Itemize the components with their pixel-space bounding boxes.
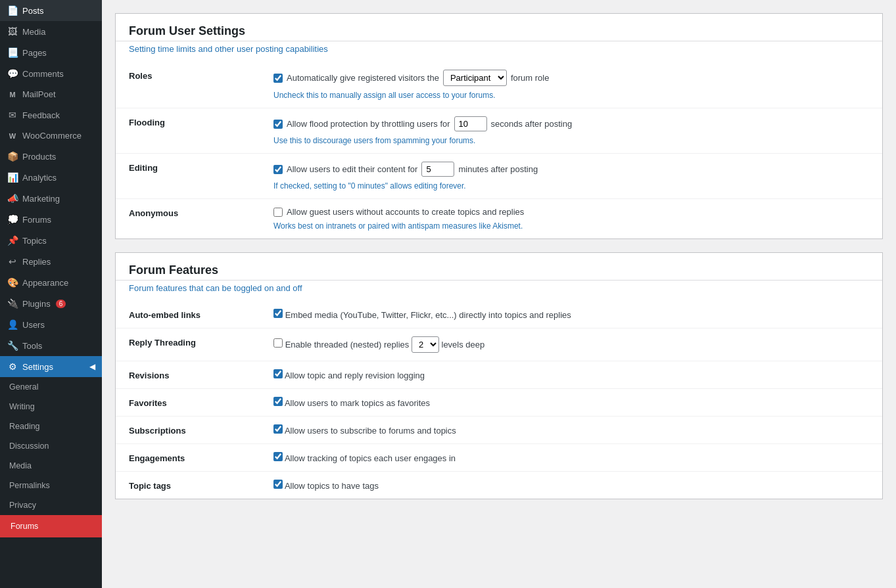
- replies-icon: ↩: [7, 256, 18, 267]
- sidebar-item-replies[interactable]: ↩ Replies: [0, 251, 102, 272]
- sidebar-item-woocommerce[interactable]: W WooCommerce: [0, 125, 102, 146]
- auto-embed-row: Auto-embed links Embed media (YouTube, T…: [116, 301, 882, 328]
- features-subtitle: Forum features that can be toggled on an…: [116, 281, 882, 301]
- sidebar-sub-writing[interactable]: Writing: [0, 397, 102, 417]
- revisions-checkbox[interactable]: [273, 369, 283, 378]
- reply-threading-text1: Enable threaded (nested) replies: [285, 340, 410, 350]
- users-icon: 👤: [7, 319, 18, 330]
- sidebar-item-analytics[interactable]: 📊 Analytics: [0, 167, 102, 188]
- flooding-label: Flooding: [116, 108, 260, 154]
- sidebar-item-mailpoet[interactable]: M MailPoet: [0, 84, 102, 104]
- features-title: Forum Features: [116, 253, 882, 281]
- analytics-icon: 📊: [7, 172, 18, 183]
- sidebar-item-appearance[interactable]: 🎨 Appearance: [0, 272, 102, 293]
- sidebar-sub-forums[interactable]: Forums: [0, 515, 102, 537]
- roles-setting: Automatically give registered visitors t…: [260, 62, 882, 108]
- revisions-setting: Allow topic and reply revision logging: [260, 361, 882, 389]
- editing-checkbox[interactable]: [273, 165, 283, 174]
- sidebar-sub-privacy[interactable]: Privacy: [0, 495, 102, 515]
- engagements-label: Engagements: [116, 444, 260, 472]
- roles-checkbox[interactable]: [273, 74, 283, 83]
- products-icon: 📦: [7, 151, 18, 162]
- editing-row: Editing Allow users to edit their conten…: [116, 154, 882, 199]
- subscriptions-checkbox[interactable]: [273, 424, 283, 434]
- topics-icon: 📌: [7, 235, 18, 246]
- anonymous-label: Anonymous: [116, 199, 260, 239]
- subscriptions-text: Allow users to subscribe to forums and t…: [285, 426, 456, 436]
- engagements-row: Engagements Allow tracking of topics eac…: [116, 444, 882, 472]
- reply-threading-setting: Enable threaded (nested) replies 2345 le…: [260, 328, 882, 361]
- auto-embed-checkbox[interactable]: [273, 309, 283, 318]
- user-settings-table: Roles Automatically give registered visi…: [116, 62, 882, 238]
- sidebar-sub-permalinks[interactable]: Permalinks: [0, 476, 102, 495]
- sidebar-sub-general[interactable]: General: [0, 377, 102, 397]
- appearance-icon: 🎨: [7, 277, 18, 288]
- sidebar-item-users[interactable]: 👤 Users: [0, 314, 102, 335]
- editing-hint: If checked, setting to "0 minutes" allow…: [273, 181, 869, 191]
- sidebar-item-forums[interactable]: 💭 Forums: [0, 209, 102, 230]
- flooding-text1: Allow flood protection by throttling use…: [287, 119, 450, 129]
- editing-setting: Allow users to edit their content for mi…: [260, 154, 882, 199]
- sidebar-item-settings[interactable]: ⚙ Settings ◀: [0, 356, 102, 377]
- forums-icon: 💭: [7, 214, 18, 225]
- editing-text1: Allow users to edit their content for: [287, 164, 417, 174]
- engagements-checkbox[interactable]: [273, 452, 283, 461]
- sidebar-item-feedback[interactable]: ✉ Feedback: [0, 104, 102, 125]
- reply-threading-dropdown[interactable]: 2345: [412, 336, 439, 353]
- sidebar-item-products[interactable]: 📦 Products: [0, 146, 102, 167]
- flooding-text2: seconds after posting: [491, 119, 573, 129]
- subscriptions-setting: Allow users to subscribe to forums and t…: [260, 417, 882, 444]
- user-settings-section: Forum User Settings Setting time limits …: [115, 13, 883, 239]
- roles-text1: Automatically give registered visitors t…: [287, 73, 439, 83]
- topic-tags-checkbox[interactable]: [273, 480, 283, 489]
- flooding-checkbox[interactable]: [273, 120, 283, 129]
- topic-tags-row: Topic tags Allow topics to have tags: [116, 472, 882, 499]
- editing-text2: minutes after posting: [458, 164, 538, 174]
- settings-icon: ⚙: [7, 361, 18, 372]
- roles-dropdown[interactable]: Participant Moderator Keymaster: [443, 70, 507, 86]
- sidebar-sub-reading[interactable]: Reading: [0, 417, 102, 436]
- sidebar-sub-media[interactable]: Media: [0, 456, 102, 476]
- posts-icon: 📄: [7, 5, 18, 16]
- sidebar-item-media[interactable]: 🖼 Media: [0, 21, 102, 42]
- auto-embed-label: Auto-embed links: [116, 301, 260, 328]
- sidebar-item-tools[interactable]: 🔧 Tools: [0, 335, 102, 356]
- roles-text2: forum role: [511, 73, 550, 83]
- sidebar-item-pages[interactable]: 📃 Pages: [0, 42, 102, 63]
- topic-tags-setting: Allow topics to have tags: [260, 472, 882, 499]
- sidebar-sub-discussion[interactable]: Discussion: [0, 436, 102, 456]
- favorites-checkbox[interactable]: [273, 397, 283, 406]
- reply-threading-text2: levels deep: [442, 340, 485, 350]
- page-title: Forum User Settings: [116, 14, 882, 41]
- subscriptions-label: Subscriptions: [116, 417, 260, 444]
- mailpoet-icon: M: [7, 91, 18, 99]
- editing-input[interactable]: [421, 162, 454, 177]
- comments-icon: 💬: [7, 68, 18, 79]
- sidebar-item-comments[interactable]: 💬 Comments: [0, 63, 102, 84]
- sidebar-item-marketing[interactable]: 📣 Marketing: [0, 188, 102, 209]
- auto-embed-setting: Embed media (YouTube, Twitter, Flickr, e…: [260, 301, 882, 328]
- roles-row: Roles Automatically give registered visi…: [116, 62, 882, 108]
- anonymous-text1: Allow guest users without accounts to cr…: [287, 207, 524, 217]
- flooding-input[interactable]: [454, 116, 487, 131]
- forum-features-section: Forum Features Forum features that can b…: [115, 252, 883, 499]
- features-table: Auto-embed links Embed media (YouTube, T…: [116, 301, 882, 499]
- topic-tags-text: Allow topics to have tags: [285, 481, 379, 491]
- anonymous-checkbox[interactable]: [273, 208, 283, 217]
- subscriptions-row: Subscriptions Allow users to subscribe t…: [116, 417, 882, 444]
- anonymous-setting: Allow guest users without accounts to cr…: [260, 199, 882, 239]
- sidebar-item-posts[interactable]: 📄 Posts: [0, 0, 102, 21]
- flooding-hint: Use this to discourage users from spammi…: [273, 136, 869, 145]
- favorites-row: Favorites Allow users to mark topics as …: [116, 389, 882, 417]
- reply-threading-checkbox[interactable]: [273, 338, 283, 348]
- revisions-row: Revisions Allow topic and reply revision…: [116, 361, 882, 389]
- revisions-text: Allow topic and reply revision logging: [285, 371, 425, 380]
- anonymous-row: Anonymous Allow guest users without acco…: [116, 199, 882, 239]
- engagements-text: Allow tracking of topics each user engag…: [285, 453, 456, 463]
- sidebar-item-topics[interactable]: 📌 Topics: [0, 230, 102, 251]
- tools-icon: 🔧: [7, 340, 18, 351]
- favorites-text: Allow users to mark topics as favorites: [285, 398, 430, 408]
- woocommerce-icon: W: [7, 132, 18, 140]
- favorites-label: Favorites: [116, 389, 260, 417]
- sidebar-item-plugins[interactable]: 🔌 Plugins 6: [0, 293, 102, 314]
